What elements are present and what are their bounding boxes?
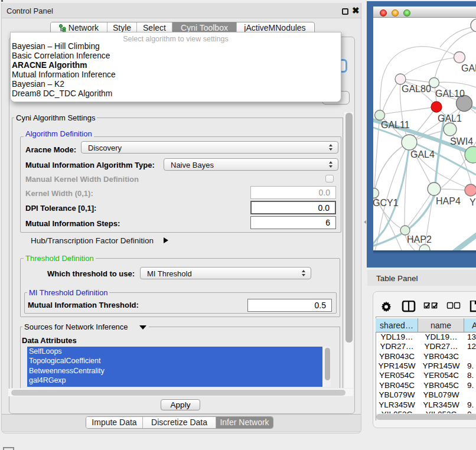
svg-text:Y: Y (470, 197, 476, 207)
svg-text:SWI4: SWI4 (450, 136, 473, 146)
svg-text:HAP4: HAP4 (436, 196, 461, 206)
svg-text:GAL4: GAL4 (410, 149, 435, 159)
svg-text:GAL80: GAL80 (402, 84, 431, 94)
svg-text:GAL1: GAL1 (438, 113, 462, 123)
svg-text:GAL: GAL (461, 63, 476, 73)
svg-text:GAL11: GAL11 (381, 120, 410, 130)
svg-text:HAP2: HAP2 (407, 234, 432, 244)
svg-text:GCY1: GCY1 (373, 198, 399, 208)
svg-text:GAL10: GAL10 (435, 89, 465, 99)
